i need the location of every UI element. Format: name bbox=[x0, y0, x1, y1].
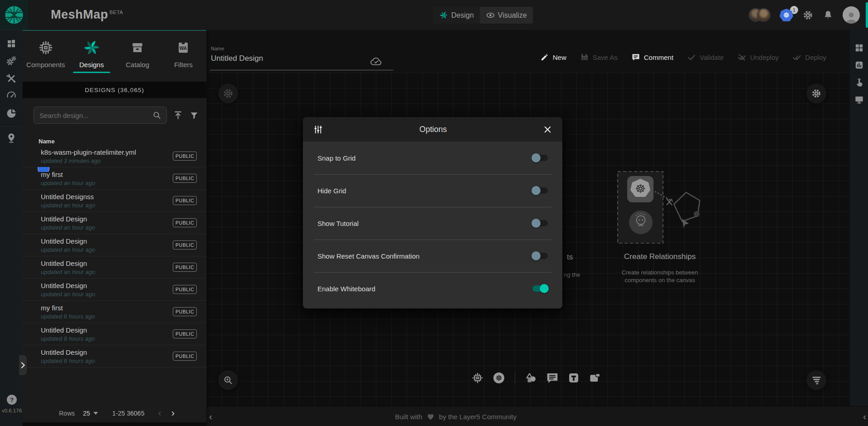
tab-designs[interactable]: Designs bbox=[68, 31, 114, 82]
gear-icon[interactable] bbox=[802, 10, 814, 21]
configuration-tools-icon[interactable] bbox=[6, 73, 17, 84]
zoom-fab[interactable] bbox=[218, 370, 238, 390]
options-modal: Options Snap to Grid Hide Grid bbox=[303, 117, 562, 308]
search-icon[interactable] bbox=[152, 110, 162, 120]
design-row[interactable]: Untitled Design updated an hour ago PUBL… bbox=[23, 256, 206, 279]
gear-icon bbox=[222, 88, 234, 99]
toggle-switch[interactable] bbox=[532, 218, 549, 228]
text-icon[interactable] bbox=[567, 371, 580, 385]
search-box[interactable] bbox=[34, 107, 167, 124]
app-title: MeshMapBETA bbox=[51, 8, 123, 22]
components-icon[interactable] bbox=[471, 371, 484, 385]
design-name-input[interactable]: Untitled Design bbox=[211, 54, 263, 63]
widgets-icon[interactable] bbox=[854, 43, 864, 53]
tornado-icon bbox=[811, 375, 822, 386]
metrics-icon[interactable] bbox=[854, 60, 864, 70]
help-label: ? bbox=[10, 397, 14, 403]
active-tab-indicator bbox=[73, 72, 110, 73]
toggle-switch[interactable] bbox=[532, 186, 549, 196]
page-size-select[interactable]: 25 bbox=[83, 410, 98, 417]
rows-label: Rows bbox=[59, 410, 75, 417]
zoom-in-icon bbox=[223, 375, 234, 386]
upload-icon[interactable] bbox=[173, 110, 183, 121]
visibility-badge: PUBLIC bbox=[173, 285, 197, 294]
visibility-badge: PUBLIC bbox=[173, 329, 197, 338]
design-row[interactable]: k8s-wasm-plugin-ratelimiter.yml updated … bbox=[23, 145, 206, 167]
comment-icon[interactable] bbox=[546, 371, 559, 385]
kubernetes-icon[interactable]: ☸ bbox=[492, 371, 506, 385]
toggle-switch[interactable] bbox=[532, 284, 549, 294]
touch-icon[interactable] bbox=[854, 77, 864, 88]
button-label: Save As bbox=[593, 54, 618, 61]
design-row[interactable]: Untitled Design updated 8 hours ago PUBL… bbox=[23, 345, 206, 367]
undeploy-button[interactable]: Undeploy bbox=[737, 53, 779, 62]
option-row: Snap to Grid bbox=[303, 142, 562, 174]
meshmap-pin-icon[interactable] bbox=[6, 132, 17, 144]
design-row[interactable]: Untitled Design updated 8 hours ago PUBL… bbox=[23, 323, 206, 345]
bell-icon[interactable] bbox=[823, 10, 834, 20]
prev-page-button[interactable]: ‹ bbox=[158, 409, 161, 418]
design-row[interactable]: my first updated 6 hours ago PUBLIC bbox=[23, 301, 206, 323]
design-row[interactable]: Untitled Design updated an hour ago PUBL… bbox=[23, 279, 206, 301]
drawer-edge[interactable] bbox=[866, 2, 868, 28]
search-input[interactable] bbox=[39, 112, 152, 119]
design-row[interactable]: Untitled Design updated an hour ago PUBL… bbox=[23, 234, 206, 256]
design-row[interactable]: Untitled Design updated an hour ago PUBL… bbox=[23, 212, 206, 234]
avatar[interactable] bbox=[757, 8, 770, 22]
canvas-config-fab[interactable] bbox=[806, 83, 826, 103]
dashboard-icon[interactable] bbox=[6, 38, 17, 49]
mesh-mascot-icon bbox=[629, 211, 653, 234]
next-page-button[interactable]: › bbox=[171, 409, 175, 418]
svg-text:☸: ☸ bbox=[495, 373, 502, 382]
designs-spiral-icon bbox=[83, 39, 101, 57]
pencil-icon bbox=[540, 53, 549, 62]
designs-panel: Components Designs Catalog bbox=[23, 30, 206, 426]
tab-design[interactable]: Design bbox=[433, 7, 480, 24]
profile-avatar[interactable] bbox=[843, 6, 860, 24]
filter-funnel-icon[interactable] bbox=[189, 110, 199, 121]
kubernetes-context[interactable]: 1 ☸ bbox=[780, 9, 793, 21]
extensions-icon[interactable] bbox=[5, 108, 17, 119]
save-as-button[interactable]: Save As bbox=[580, 53, 618, 62]
close-icon[interactable] bbox=[543, 125, 552, 134]
option-label: Snap to Grid bbox=[317, 154, 356, 162]
option-label: Hide Grid bbox=[317, 187, 346, 195]
media-icon[interactable] bbox=[588, 371, 602, 385]
design-row[interactable]: my first updated an hour ago PUBLIC bbox=[23, 167, 206, 190]
toggle-knob bbox=[532, 186, 541, 195]
mesh-logo-icon bbox=[4, 5, 24, 25]
tab-components[interactable]: Components bbox=[23, 31, 68, 82]
collaborator-avatar-peek bbox=[38, 167, 49, 172]
meshery-logo[interactable] bbox=[0, 0, 28, 30]
footer-collapse-right[interactable]: ‹ bbox=[863, 411, 866, 422]
comment-button[interactable]: Comment bbox=[631, 53, 673, 62]
footer-collapse-left[interactable]: ‹ bbox=[209, 411, 212, 422]
design-row[interactable]: Untitled Designss updated an hour ago PU… bbox=[23, 190, 206, 212]
components-icon bbox=[37, 39, 54, 56]
tab-catalog[interactable]: Catalog bbox=[115, 31, 161, 82]
visibility-badge: PUBLIC bbox=[173, 218, 197, 227]
panel-expand-handle[interactable] bbox=[19, 355, 27, 375]
toggle-switch[interactable] bbox=[532, 251, 549, 261]
deploy-button[interactable]: Deploy bbox=[792, 53, 826, 62]
toggle-switch[interactable] bbox=[532, 153, 549, 163]
tornado-fab[interactable] bbox=[806, 370, 826, 390]
new-button[interactable]: New bbox=[540, 53, 566, 62]
validate-button[interactable]: Validate bbox=[687, 53, 724, 62]
double-check-icon bbox=[792, 53, 801, 62]
tab-filters[interactable]: WA Filters bbox=[161, 31, 206, 82]
collaborator-avatars[interactable] bbox=[749, 8, 770, 22]
help-button[interactable]: ? bbox=[7, 395, 17, 405]
lifecycle-gears-icon[interactable] bbox=[5, 55, 17, 67]
option-row: Enable Whiteboard bbox=[303, 272, 562, 305]
pentagon-shape bbox=[674, 192, 700, 221]
options-modal-title: Options bbox=[323, 125, 543, 134]
tab-visualize[interactable]: Visualize bbox=[480, 7, 533, 24]
shapes-icon[interactable] bbox=[524, 371, 538, 385]
performance-gauge-icon[interactable] bbox=[6, 90, 17, 101]
button-label: Undeploy bbox=[750, 54, 779, 61]
canvas-settings-fab[interactable] bbox=[218, 83, 238, 103]
option-label: Enable Whiteboard bbox=[317, 285, 375, 293]
visibility-badge: PUBLIC bbox=[173, 174, 197, 183]
display-icon[interactable] bbox=[854, 94, 864, 105]
